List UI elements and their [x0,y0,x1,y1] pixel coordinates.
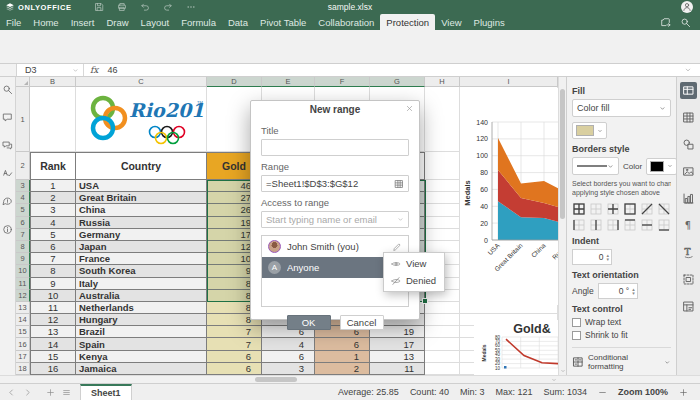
grid-cell[interactable]: Country [76,152,207,180]
grid-cell[interactable]: Rank [30,152,76,180]
border-outer-button[interactable] [622,202,637,215]
border-all-button[interactable] [572,202,587,215]
column-header-F[interactable]: F [315,77,370,87]
grid-cell[interactable]: 1 [30,180,76,192]
grid-cell[interactable]: Italy [76,278,207,290]
grid-cell[interactable]: 4 [262,338,315,350]
grid-cell[interactable]: Rio2016TM [76,87,207,152]
row-header-12[interactable]: 12 [16,290,30,302]
paragraph-settings-tab[interactable]: ¶ [680,217,697,234]
border-line-style-select[interactable] [572,157,619,175]
image-settings-tab[interactable] [680,163,697,180]
grid-cell[interactable]: 12 [30,314,76,326]
fill-type-select[interactable]: Color fill [572,99,671,117]
grid-cell[interactable]: 13 [30,326,76,338]
select-all-corner[interactable] [16,77,30,87]
prev-sheet-button[interactable] [7,388,16,397]
shape-settings-tab[interactable] [680,136,697,153]
indent-stepper[interactable]: 0▴▾ [572,249,612,265]
search-button[interactable] [680,17,691,28]
tab-collaboration[interactable]: Collaboration [312,14,380,30]
column-header-D[interactable]: D [207,77,262,87]
tab-pivot-table[interactable]: Pivot Table [254,14,312,30]
grid-cell[interactable] [30,87,76,152]
grid-cell[interactable]: 16 [30,363,76,375]
border-inner-vertical-button[interactable] [589,218,604,231]
grid-cell[interactable] [425,87,460,152]
grid-cell[interactable]: 2 [315,363,370,375]
tab-formula[interactable]: Formula [175,14,222,30]
tab-protection[interactable]: Protection [380,14,435,30]
sheet-tab-sheet1[interactable]: Sheet1 [80,384,132,400]
add-sheet-button[interactable] [46,388,55,397]
grid-cell[interactable] [425,351,460,363]
grid-cell[interactable]: Netherlands [76,302,207,314]
grid-cell[interactable]: Australia [76,290,207,302]
select-range-icon[interactable] [394,179,404,189]
tab-data[interactable]: Data [222,14,254,30]
more-button[interactable] [186,2,196,12]
border-inner-horizontal-button[interactable] [639,218,654,231]
column-header-H[interactable]: H [425,77,460,87]
tab-home[interactable]: Home [27,14,64,30]
vscroll-down-icon[interactable] [559,367,566,375]
border-right-button[interactable] [606,218,621,231]
undo-button[interactable] [140,2,150,12]
search-button[interactable] [2,84,13,95]
grid-cell[interactable]: 8 [30,265,76,277]
grid-cell[interactable]: 6 [262,351,315,363]
column-header-I[interactable]: I [460,77,558,87]
access-combo[interactable]: Start typing name or email [261,211,409,228]
grid-cell[interactable]: 1 [315,351,370,363]
grid-cell[interactable]: France [76,253,207,265]
grid-cell[interactable] [425,363,460,375]
row-header-7[interactable]: 7 [16,229,30,241]
tab-view[interactable]: View [435,14,467,30]
grid-cell[interactable] [425,229,460,241]
grid-cell[interactable]: Japan [76,241,207,253]
print-button[interactable] [117,2,127,12]
grid-cell[interactable]: South Korea [76,265,207,277]
grid-cell[interactable]: 7 [30,253,76,265]
menu-item-view[interactable]: View [384,255,444,272]
grid-cell[interactable]: Spain [76,338,207,350]
grid-cell[interactable]: Kenya [76,351,207,363]
border-inner-button[interactable] [606,202,621,215]
grid-cell[interactable]: 6 [207,363,262,375]
table-settings-tab[interactable] [680,109,697,126]
vscroll-thumb[interactable] [560,89,565,219]
grid-cell[interactable] [425,180,460,192]
range-input[interactable]: =Sheet1!$D$3:$G$12 [261,175,409,192]
ok-button[interactable]: OK [287,315,331,330]
save-button[interactable] [94,2,104,12]
row-header-14[interactable]: 14 [16,314,30,326]
row-header-3[interactable]: 3 [16,180,30,192]
grid-cell[interactable] [425,217,460,229]
pivot-table-settings-tab[interactable] [680,298,697,315]
tab-plugins[interactable]: Plugins [468,14,511,30]
row-header-11[interactable]: 11 [16,278,30,290]
grid-cell[interactable]: Hungary [76,314,207,326]
grid-cell[interactable]: Brazil [76,326,207,338]
grid-cell[interactable]: 2 [30,192,76,204]
file-location-button[interactable] [660,17,671,28]
conditional-formatting-button[interactable]: Conditional formatting [572,353,671,371]
menu-item-denied[interactable]: Denied [384,272,444,289]
grid-cell[interactable]: 7 [207,338,262,350]
redo-button[interactable] [163,2,173,12]
row-header-4[interactable]: 4 [16,192,30,204]
hscroll-thumb[interactable] [255,377,297,382]
feedback-button[interactable] [2,196,13,207]
hscroll-right-icon[interactable] [550,376,558,383]
grid-cell[interactable]: USA [76,180,207,192]
grid-cell[interactable] [425,314,460,326]
border-diag-down-button[interactable] [656,202,671,215]
tab-layout[interactable]: Layout [135,14,176,30]
grid-cell[interactable] [425,192,460,204]
row-header-9[interactable]: 9 [16,253,30,265]
tab-draw[interactable]: Draw [100,14,134,30]
user-avatar[interactable] [681,1,693,13]
grid-cell[interactable] [425,326,460,338]
cell-name-box[interactable]: D3 [17,64,84,76]
row-header-5[interactable]: 5 [16,204,30,216]
